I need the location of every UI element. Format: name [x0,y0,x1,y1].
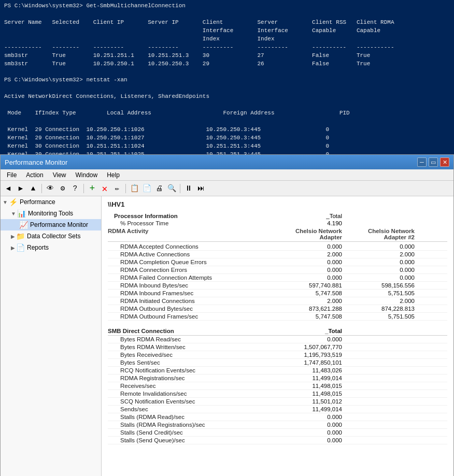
sidebar-icon-reports: 📄 [16,243,25,252]
smb-val1-7: 11,498,015 [274,391,346,397]
performance-monitor-window: Performance Monitor ─ ▭ ✕ FileActionView… [0,154,454,476]
smb-label-4: RCQ Notification Events/sec [108,367,274,373]
rdma-label-1: RDMA Active Connections [108,251,274,257]
copy-button[interactable]: 📋 [129,183,140,194]
processor-instance: _Total [274,213,346,219]
smb-row-11: Stalls (RDMA Registrations)/sec 0.000 [108,421,447,429]
rdma-col2-header: Chelsio Network Adapter #2 [346,228,419,240]
search-button[interactable]: 🔍 [166,183,177,194]
window-title: Performance Monitor [5,158,67,166]
powershell-window: PS C:\Windows\system32> Get-SmbMultichan… [0,0,454,155]
sidebar-item-reports[interactable]: ▶ 📄Reports [1,242,101,253]
rdma-label-4: RDMA Failed Connection Attempts [108,275,274,281]
rdma-section: RDMA Activity Chelsio Network Adapter Ch… [108,227,447,321]
smb-row-8: SCQ Notification Events/sec 11,501,012 [108,398,447,406]
smb-val1-11: 0.000 [274,422,346,428]
smb-label-6: Receives/sec [108,383,274,389]
expand-icon-reports: ▶ [11,245,15,251]
toolbar: ◀ ▶ ▲ 👁 ⚙ ? + ✕ ✏ 📋 📄 🖨 🔍 ⏸ ⏭ [1,181,453,196]
toolbar-separator-1 [41,184,42,193]
smb-row-4: RCQ Notification Events/sec 11,483,026 [108,367,447,374]
rdma-label-6: RDMA Inbound Frames/sec [108,290,274,296]
new-counter-button[interactable]: + [87,183,98,194]
ps-output: PS C:\Windows\system32> Get-SmbMultichan… [0,0,454,155]
menu-item-file[interactable]: File [3,170,21,180]
rdma-label-0: RDMA Accepted Connections [108,243,274,250]
processor-time-label: % Processor Time [108,220,274,226]
rdma-col1-header: Chelsio Network Adapter [274,228,346,240]
back-button[interactable]: ◀ [3,183,14,194]
smb-header-row: SMB Direct Connection _Total [108,327,447,336]
minimize-button[interactable]: ─ [417,157,427,167]
smb-row-7: Remote Invalidations/sec 11,498,015 [108,390,447,398]
close-button[interactable]: ✕ [440,157,449,167]
sidebar-item-data-collector-sets[interactable]: ▶ 📁Data Collector Sets [1,230,101,242]
smb-label-7: Remote Invalidations/sec [108,391,274,397]
menu-bar: FileActionViewWindowHelp [1,169,453,181]
delete-counter-button[interactable]: ✕ [99,183,110,194]
smb-row-2: Bytes Received/sec 1,195,793,519 [108,351,447,359]
show-hide-button[interactable]: 👁 [45,183,56,194]
rdma-row-1: RDMA Active Connections 2.000 2.000 [108,251,447,258]
print-button[interactable]: 🖨 [153,183,165,194]
pause-button[interactable]: ⏸ [183,183,194,194]
smb-col1-header: _Total [274,328,346,334]
rdma-section-title: RDMA Activity [108,228,274,240]
rdma-label-2: RDMA Completion Queue Errors [108,259,274,265]
menu-item-view[interactable]: View [49,170,70,180]
smb-section-title: SMB Direct Connection [108,328,274,334]
rdma-val1-4: 0.000 [274,275,346,281]
rdma-val1-5: 597,740.881 [274,282,346,289]
rdma-val1-7: 2.000 [274,298,346,304]
sidebar-item-performance-monitor[interactable]: 📈Performance Monitor [1,219,101,230]
smb-val1-10: 0.000 [274,414,346,420]
smb-label-1: Bytes RDMA Written/sec [108,344,274,350]
up-button[interactable]: ▲ [27,183,39,194]
sidebar-label-performance: Performance [20,198,55,206]
rdma-val1-2: 0.000 [274,259,346,265]
rdma-row-5: RDMA Inbound Bytes/sec 597,740.881 598,1… [108,282,447,290]
rdma-row-3: RDMA Connection Errors 0.000 0.000 [108,266,447,274]
smb-val1-13: 0.000 [274,437,346,443]
rdma-val2-0: 0.000 [346,243,419,250]
rdma-row-7: RDMA Initiated Connections 2.000 2.000 [108,297,447,305]
smb-label-10: Stalls (RDMA Read)/sec [108,414,274,420]
sidebar-item-monitoring-tools[interactable]: ▼ 📊Monitoring Tools [1,208,101,219]
rdma-row-8: RDMA Outbound Bytes/sec 873,621.288 874,… [108,305,447,313]
rdma-row-6: RDMA Inbound Frames/sec 5,747.508 5,751.… [108,290,447,297]
rdma-val1-1: 2.000 [274,251,346,257]
rdma-val1-0: 0.000 [274,243,346,250]
smb-label-9: Sends/sec [108,406,274,412]
help-button[interactable]: ? [69,183,81,194]
sidebar-icon-monitoring-tools: 📊 [17,209,26,218]
rdma-val2-5: 598,156.556 [346,282,419,289]
smb-val1-2: 1,195,793,519 [274,352,346,358]
smb-label-8: SCQ Notification Events/sec [108,398,274,405]
rdma-label-8: RDMA Outbound Bytes/sec [108,306,274,312]
sidebar-item-performance[interactable]: ▼ ⚡Performance [1,196,101,208]
rdma-val2-1: 2.000 [346,251,419,257]
smb-val1-1: 1,507,067,770 [274,344,346,350]
forward-button[interactable]: ▶ [15,183,26,194]
rdma-val2-8: 874,228.813 [346,306,419,312]
main-area: ▼ ⚡Performance▼ 📊Monitoring Tools📈Perfor… [1,196,453,476]
properties-button[interactable]: ⚙ [57,183,68,194]
rdma-row-9: RDMA Outbound Frames/sec 5,747.508 5,751… [108,313,447,321]
edit-button[interactable]: ✏ [111,183,123,194]
rdma-row-0: RDMA Accepted Connections 0.000 0.000 [108,243,447,251]
smb-row-9: Sends/sec 11,499,014 [108,406,447,413]
menu-item-action[interactable]: Action [22,170,47,180]
rdma-val1-6: 5,747.508 [274,290,346,296]
paste-button[interactable]: 📄 [141,183,152,194]
restore-button[interactable]: ▭ [429,157,438,167]
skip-button[interactable]: ⏭ [195,183,207,194]
content-panel: \\HV1 Processor Information _Total % Pro… [102,196,453,476]
menu-item-help[interactable]: Help [103,170,124,180]
title-bar: Performance Monitor ─ ▭ ✕ [1,155,453,169]
rdma-row-2: RDMA Completion Queue Errors 0.000 0.000 [108,258,447,266]
rdma-val2-2: 0.000 [346,259,419,265]
smb-label-13: Stalls (Send Queue)/sec [108,437,274,443]
menu-item-window[interactable]: Window [72,170,102,180]
smb-label-3: Bytes Sent/sec [108,359,274,366]
sidebar-icon-performance-monitor: 📈 [19,221,28,229]
